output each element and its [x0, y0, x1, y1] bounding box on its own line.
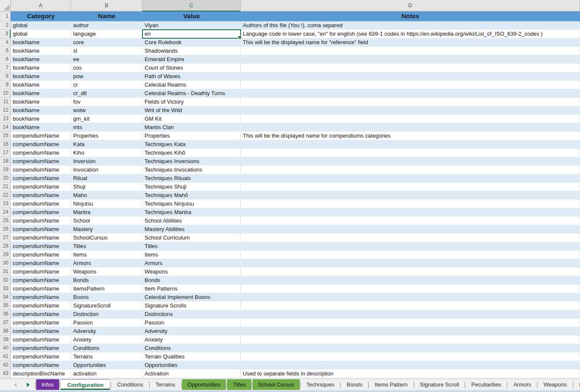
sheet-tab-armors[interactable]: Armors: [508, 379, 537, 390]
row-header-35[interactable]: 35: [0, 302, 11, 310]
row-header-21[interactable]: 21: [0, 183, 11, 191]
cell-D33[interactable]: [241, 285, 580, 293]
cell-A2[interactable]: global: [11, 21, 71, 30]
row-header-9[interactable]: 9: [0, 81, 11, 89]
cell-C15[interactable]: Properties: [142, 132, 241, 140]
cell-C28[interactable]: Titles: [142, 242, 241, 251]
cell-D12[interactable]: [241, 106, 580, 115]
header-cell-B1[interactable]: Name: [71, 11, 142, 21]
cell-C13[interactable]: GM Kit: [142, 115, 241, 123]
row-header-32[interactable]: 32: [0, 276, 11, 285]
cell-A28[interactable]: compendiumName: [11, 242, 71, 251]
cell-C10[interactable]: Celestial Realms - Deathly Turns: [142, 89, 241, 98]
cell-B27[interactable]: SchoolCursus: [71, 234, 142, 242]
cell-C34[interactable]: Celestial Implement Boons: [142, 293, 241, 302]
row-header-24[interactable]: 24: [0, 208, 11, 217]
row-header-43[interactable]: 43: [0, 369, 11, 378]
cell-B26[interactable]: Mastery: [71, 225, 142, 234]
header-cell-D1[interactable]: Notes: [241, 11, 580, 21]
cell-D22[interactable]: [241, 191, 580, 200]
row-header-27[interactable]: 27: [0, 234, 11, 242]
cell-D36[interactable]: [241, 310, 580, 319]
cell-D19[interactable]: [241, 166, 580, 174]
row-header-25[interactable]: 25: [0, 217, 11, 225]
cell-C4[interactable]: Core Rulebook: [142, 38, 241, 47]
cell-C5[interactable]: Shadowlands: [142, 47, 241, 55]
sheet-tab-items-pattern[interactable]: Items Pattern: [369, 379, 413, 390]
cell-D34[interactable]: [241, 293, 580, 302]
cell-C39[interactable]: Anxiety: [142, 336, 241, 344]
tab-scroll-right-icon[interactable]: [27, 383, 30, 387]
cell-A19[interactable]: compendiumName: [11, 166, 71, 174]
cell-D3[interactable]: Language code in lower case, "en" for en…: [241, 30, 580, 38]
tab-scroll-left-icon[interactable]: [14, 383, 17, 387]
sheet-tab-peculiarities[interactable]: Peculiarities: [466, 379, 506, 390]
cell-D21[interactable]: [241, 183, 580, 191]
cell-A37[interactable]: compendiumName: [11, 319, 71, 327]
row-header-42[interactable]: 42: [0, 361, 11, 369]
cell-B40[interactable]: Conditions: [71, 344, 142, 353]
row-header-3[interactable]: 3: [0, 30, 11, 38]
row-header-20[interactable]: 20: [0, 174, 11, 183]
cell-A25[interactable]: compendiumName: [11, 217, 71, 225]
cell-B34[interactable]: Boons: [71, 293, 142, 302]
column-header-A[interactable]: A: [11, 0, 71, 11]
cell-D42[interactable]: [241, 361, 580, 369]
cell-A21[interactable]: compendiumName: [11, 183, 71, 191]
cell-B41[interactable]: Terrains: [71, 353, 142, 361]
cell-D30[interactable]: [241, 259, 580, 268]
cell-B4[interactable]: core: [71, 38, 142, 47]
cell-C8[interactable]: Path of Waves: [142, 72, 241, 81]
row-header-18[interactable]: 18: [0, 157, 11, 166]
cell-A22[interactable]: compendiumName: [11, 191, 71, 200]
cell-A15[interactable]: compendiumName: [11, 132, 71, 140]
cell-C21[interactable]: Techniques Shuji: [142, 183, 241, 191]
cell-A35[interactable]: compendiumName: [11, 302, 71, 310]
row-header-17[interactable]: 17: [0, 149, 11, 157]
cell-B15[interactable]: Properties: [71, 132, 142, 140]
sheet-tab-configuration[interactable]: Configuration: [60, 379, 110, 390]
column-header-C[interactable]: C: [142, 0, 241, 11]
cell-D26[interactable]: [241, 225, 580, 234]
row-header-19[interactable]: 19: [0, 166, 11, 174]
sheet-tab-conditions[interactable]: Conditions: [111, 379, 148, 390]
cell-D27[interactable]: [241, 234, 580, 242]
cell-D16[interactable]: [241, 140, 580, 149]
cell-C14[interactable]: Mantis Clan: [142, 123, 241, 132]
cell-C22[interactable]: Techniques Mahõ: [142, 191, 241, 200]
cell-D20[interactable]: [241, 174, 580, 183]
cell-B5[interactable]: sl: [71, 47, 142, 55]
cell-C38[interactable]: Adversity: [142, 327, 241, 336]
row-header-5[interactable]: 5: [0, 47, 11, 55]
row-header-2[interactable]: 2: [0, 21, 11, 30]
cell-D15[interactable]: This will be the displayed name for comp…: [241, 132, 580, 140]
cell-C35[interactable]: Signature Scrolls: [142, 302, 241, 310]
cell-C17[interactable]: Techniques Kihõ: [142, 149, 241, 157]
cell-A27[interactable]: compendiumName: [11, 234, 71, 242]
column-header-D[interactable]: D: [241, 0, 580, 11]
cell-C36[interactable]: Distinctions: [142, 310, 241, 319]
cell-C32[interactable]: Bonds: [142, 276, 241, 285]
header-cell-C1[interactable]: Value: [142, 11, 241, 21]
row-header-29[interactable]: 29: [0, 251, 11, 259]
row-header-6[interactable]: 6: [0, 55, 11, 64]
row-header-40[interactable]: 40: [0, 344, 11, 353]
cell-B24[interactable]: Mantra: [71, 208, 142, 217]
cell-D4[interactable]: This will be the displayed name for "ref…: [241, 38, 580, 47]
cell-A43[interactable]: descriptionBlocName: [11, 369, 71, 378]
cell-D14[interactable]: [241, 123, 580, 132]
cell-A42[interactable]: compendiumName: [11, 361, 71, 369]
row-header-34[interactable]: 34: [0, 293, 11, 302]
header-cell-A1[interactable]: Category: [11, 11, 71, 21]
cell-B32[interactable]: Bonds: [71, 276, 142, 285]
row-header-30[interactable]: 30: [0, 259, 11, 268]
cell-C11[interactable]: Fields of Victory: [142, 98, 241, 106]
row-header-41[interactable]: 41: [0, 353, 11, 361]
cell-B21[interactable]: Shuji: [71, 183, 142, 191]
cell-B33[interactable]: ItemsPattern: [71, 285, 142, 293]
cell-B38[interactable]: Adversity: [71, 327, 142, 336]
cell-A9[interactable]: bookName: [11, 81, 71, 89]
cell-B25[interactable]: School: [71, 217, 142, 225]
sheet-tab-opportunities[interactable]: Opportunities: [182, 379, 226, 390]
row-header-39[interactable]: 39: [0, 336, 11, 344]
